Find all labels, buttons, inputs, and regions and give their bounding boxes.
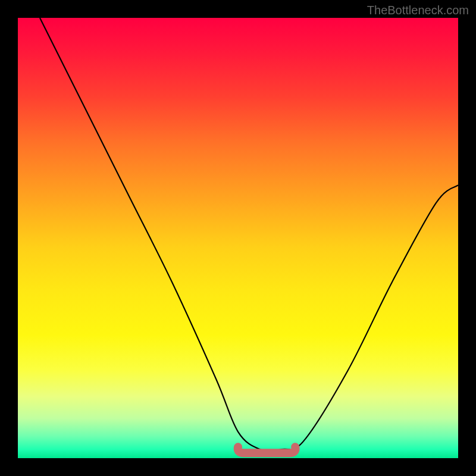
attribution-text: TheBottleneck.com (367, 4, 469, 17)
bottleneck-curve (18, 18, 458, 458)
chart-plot-area (18, 18, 458, 458)
